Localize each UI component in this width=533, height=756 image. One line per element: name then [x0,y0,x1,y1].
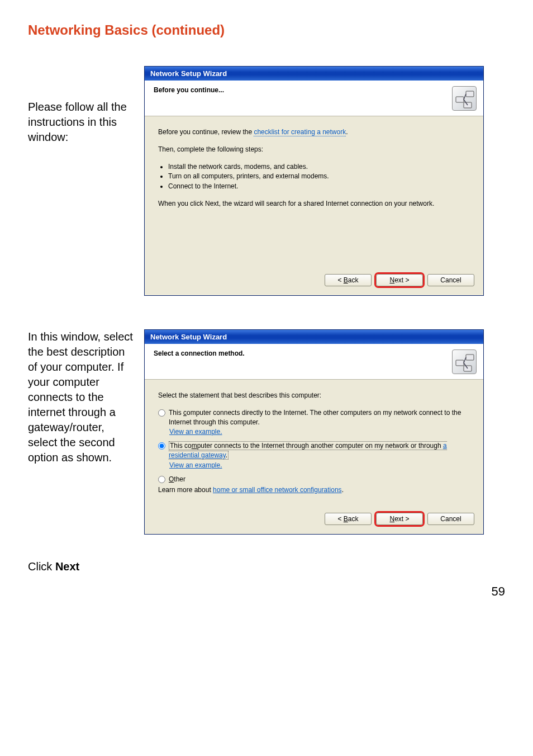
radio-option-gateway[interactable]: This computer connects to the Internet t… [158,441,470,460]
wizard-dialog-1: Network Setup Wizard Before you continue… [144,66,484,296]
button-row-2: < Back Next > Cancel [145,506,483,534]
wizard-body-1: Before you continue, review the checklis… [145,116,483,267]
svg-line-8 [464,357,466,363]
cancel-button[interactable]: Cancel [427,513,474,525]
next-button[interactable]: Next > [376,513,423,525]
wizard-dialog-2: Network Setup Wizard Select a connection… [144,329,484,535]
view-example-link-2[interactable]: View an example. [169,461,470,469]
svg-line-3 [464,94,466,100]
svg-rect-5 [456,360,464,366]
list-item: Connect to the Internet. [168,182,470,191]
radio-gateway-label: This computer connects to the Internet t… [169,441,470,460]
back-button[interactable]: < Back [325,274,372,286]
network-icon [452,86,477,111]
svg-rect-6 [466,355,474,360]
network-icon [452,349,477,374]
side-instruction-2: In this window, select the best descript… [28,329,136,465]
checklist-link[interactable]: checklist for creating a network [254,128,346,136]
select-prompt: Select the statement that best describes… [158,391,470,400]
radio-other-label: Other [169,475,470,484]
view-example-link-1[interactable]: View an example. [169,428,470,436]
then-line: Then, complete the following steps: [158,145,470,154]
click-next-instruction: Click Next [28,560,136,573]
radio-direct-input[interactable] [158,409,165,417]
wizard-header-2: Select a connection method. [145,344,483,380]
wizard-body-2: Select the statement that best describes… [145,380,483,506]
learn-more-link[interactable]: home or small office network configurati… [213,486,342,494]
radio-gateway-input[interactable] [158,442,165,450]
intro-line: Before you continue, review the checklis… [158,127,470,137]
residential-gateway-link[interactable]: a residential gateway [169,442,447,459]
radio-direct-label: This computer connects directly to the I… [169,408,470,427]
svg-rect-0 [456,97,464,102]
wizard-header-title-2: Select a connection method. [154,349,245,357]
page-number: 59 [28,584,505,599]
titlebar-2: Network Setup Wizard [145,330,483,344]
steps-list: Install the network cards, modems, and c… [158,162,470,191]
section-2: In this window, select the best descript… [28,329,505,573]
radio-other-input[interactable] [158,476,165,483]
wizard-header-title-1: Before you continue... [154,86,224,94]
radio-option-direct[interactable]: This computer connects directly to the I… [158,408,470,427]
page-heading: Networking Basics (continued) [28,22,505,38]
learn-more-line: Learn more about home or small office ne… [158,485,470,495]
radio-option-other[interactable]: Other [158,475,470,484]
back-button[interactable]: < Back [325,513,372,525]
button-row-1: < Back Next > Cancel [145,267,483,295]
list-item: Install the network cards, modems, and c… [168,162,470,172]
next-button[interactable]: Next > [376,274,423,286]
side-instruction-1: Please follow all the instructions in th… [28,66,136,145]
cancel-button[interactable]: Cancel [427,274,474,286]
svg-rect-1 [466,91,474,97]
after-bullets: When you click Next, the wizard will sea… [158,199,470,209]
titlebar-1: Network Setup Wizard [145,67,483,81]
section-1: Please follow all the instructions in th… [28,66,505,296]
list-item: Turn on all computers, printers, and ext… [168,172,470,181]
wizard-header-1: Before you continue... [145,81,483,116]
